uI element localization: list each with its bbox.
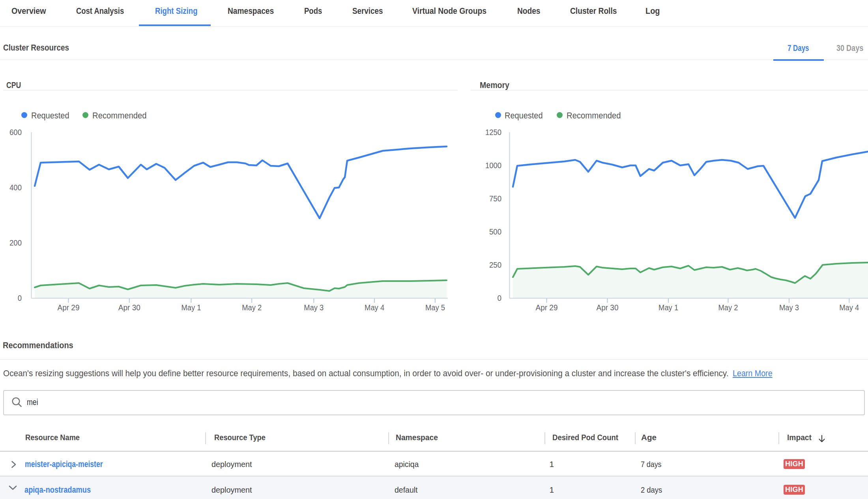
svg-text:500: 500 <box>489 227 501 236</box>
svg-text:600: 600 <box>9 128 22 137</box>
svg-text:200: 200 <box>9 238 22 247</box>
svg-text:May 1: May 1 <box>181 303 201 312</box>
svg-text:May 1: May 1 <box>658 303 678 312</box>
svg-text:Apr 29: Apr 29 <box>58 303 80 312</box>
svg-text:May 5: May 5 <box>425 303 445 312</box>
svg-text:May 4: May 4 <box>839 303 859 312</box>
svg-text:May 2: May 2 <box>242 303 262 312</box>
svg-text:1250: 1250 <box>485 128 501 137</box>
svg-text:0: 0 <box>18 294 22 302</box>
svg-text:Apr 29: Apr 29 <box>536 303 558 312</box>
svg-text:1000: 1000 <box>485 161 501 170</box>
svg-text:Apr 30: Apr 30 <box>597 303 619 312</box>
svg-text:0: 0 <box>498 294 502 302</box>
svg-text:250: 250 <box>489 261 501 269</box>
svg-text:May 4: May 4 <box>365 303 384 312</box>
svg-text:Apr 30: Apr 30 <box>118 303 140 312</box>
svg-text:750: 750 <box>489 194 501 203</box>
svg-text:400: 400 <box>9 183 22 192</box>
svg-text:May 2: May 2 <box>718 303 738 312</box>
svg-text:May 3: May 3 <box>304 303 324 312</box>
svg-text:May 3: May 3 <box>779 303 799 312</box>
